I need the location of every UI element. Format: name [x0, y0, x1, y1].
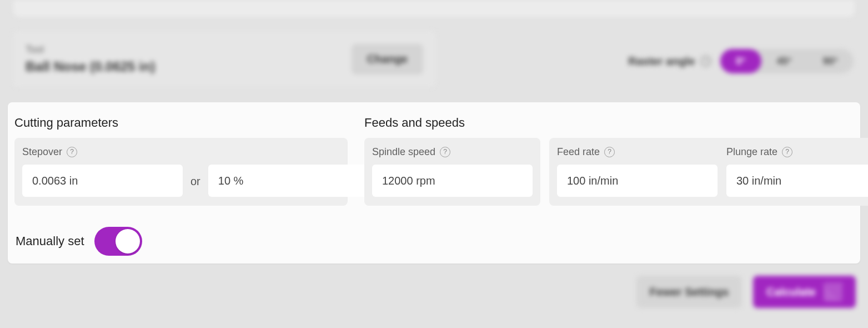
toggle-knob [116, 229, 140, 254]
fewer-settings-button[interactable]: Fewer Settings [636, 276, 742, 308]
feed-rate-label: Feed rate [557, 146, 600, 158]
tool-panel: Tool Ball Nose (0.0625 in) Change [13, 31, 435, 87]
bottom-buttons: Fewer Settings Calculate [636, 276, 856, 308]
calculate-button[interactable]: Calculate [753, 276, 856, 308]
tool-label: Tool [26, 44, 155, 56]
raster-angle-option-90[interactable]: 90° [807, 49, 854, 73]
feed-rate-input[interactable] [557, 165, 718, 197]
help-icon[interactable]: ? [782, 147, 792, 157]
manual-set-row: Manually set [16, 227, 348, 256]
plunge-rate-label: Plunge rate [726, 146, 777, 158]
stepover-distance-input[interactable] [22, 165, 183, 197]
cutting-parameters-title: Cutting parameters [14, 116, 348, 130]
stepover-or-text: or [190, 175, 200, 197]
tool-value: Ball Nose (0.0625 in) [26, 59, 155, 74]
help-icon[interactable]: ? [604, 147, 615, 157]
stepover-group: Stepover ? or [14, 138, 348, 206]
calculate-label: Calculate [766, 286, 816, 299]
change-tool-button[interactable]: Change [352, 44, 423, 74]
stepover-label: Stepover [22, 146, 62, 158]
feeds-speeds-title: Feeds and speeds [364, 116, 868, 130]
calculate-icon [824, 282, 842, 301]
spindle-speed-label: Spindle speed [372, 146, 435, 158]
plunge-rate-input[interactable] [726, 165, 868, 197]
top-strip [13, 0, 855, 17]
raster-angle-label: Raster angle [628, 55, 695, 68]
spindle-speed-input[interactable] [372, 165, 533, 197]
tool-text: Tool Ball Nose (0.0625 in) [26, 44, 155, 74]
stepover-percent-input[interactable] [208, 165, 369, 197]
help-icon[interactable]: ? [67, 147, 77, 157]
raster-angle-pills: 0° 45° 90° [720, 49, 854, 73]
manual-set-toggle[interactable] [94, 227, 142, 256]
help-icon[interactable]: ? [700, 56, 711, 67]
raster-angle-option-45[interactable]: 45° [761, 49, 807, 73]
help-icon[interactable]: ? [440, 147, 450, 157]
parameters-card: Cutting parameters Stepover ? or Manuall… [8, 102, 860, 264]
manual-set-label: Manually set [16, 234, 84, 249]
raster-angle-option-0[interactable]: 0° [720, 49, 761, 73]
raster-angle-group: Raster angle ? 0° 45° 90° [628, 49, 854, 73]
